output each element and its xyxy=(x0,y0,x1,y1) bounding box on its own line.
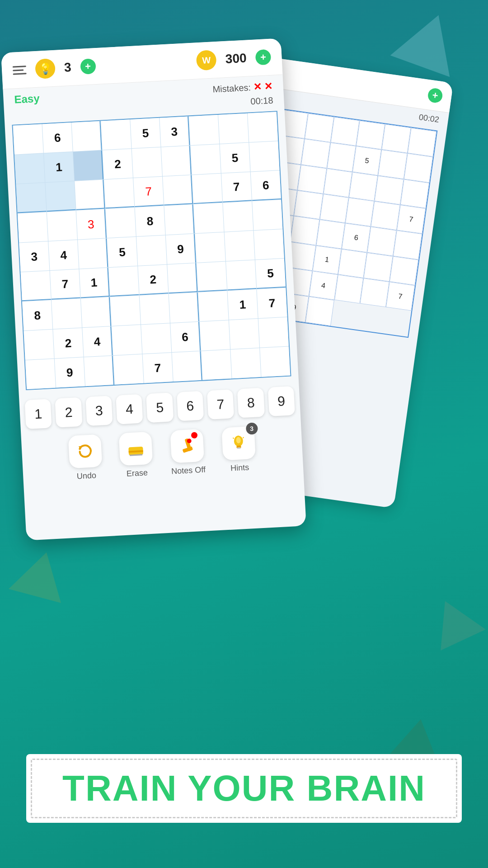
cell-4-0[interactable]: 3 xyxy=(19,241,49,272)
cell-6-1[interactable] xyxy=(52,299,82,329)
num-button-6[interactable]: 6 xyxy=(177,391,204,421)
menu-button[interactable] xyxy=(13,66,27,75)
cell-7-5[interactable]: 6 xyxy=(170,322,201,352)
cell-4-4[interactable] xyxy=(136,235,167,265)
num-button-1[interactable]: 1 xyxy=(24,399,52,429)
bg-cell xyxy=(301,139,330,168)
num-button-2[interactable]: 2 xyxy=(55,397,83,428)
bg-add-button[interactable]: + xyxy=(427,87,443,104)
cell-6-5[interactable] xyxy=(169,292,199,323)
cell-5-7[interactable] xyxy=(226,260,256,290)
cell-3-7[interactable] xyxy=(223,201,253,231)
cell-3-8[interactable] xyxy=(252,200,282,230)
cell-5-1[interactable]: 7 xyxy=(50,269,80,300)
cell-2-4[interactable]: 7 xyxy=(133,177,164,207)
cell-1-0[interactable] xyxy=(14,153,45,184)
cell-7-3[interactable] xyxy=(112,325,142,355)
cell-2-5[interactable] xyxy=(163,175,193,205)
cell-6-0[interactable]: 8 xyxy=(22,300,52,330)
cell-7-7[interactable] xyxy=(229,319,259,349)
cell-1-8[interactable] xyxy=(249,141,279,171)
cell-5-4[interactable]: 2 xyxy=(138,264,168,295)
cell-0-8[interactable] xyxy=(248,112,278,142)
cell-6-2[interactable] xyxy=(81,297,111,327)
cell-2-1[interactable] xyxy=(45,181,75,212)
cell-2-7[interactable]: 7 xyxy=(221,172,252,202)
cell-0-0[interactable] xyxy=(13,124,43,154)
cell-2-3[interactable] xyxy=(104,178,134,208)
cell-4-7[interactable] xyxy=(225,231,255,261)
cell-0-3[interactable] xyxy=(101,119,131,150)
notes-button[interactable]: Notes Off xyxy=(169,429,206,476)
cell-4-3[interactable]: 5 xyxy=(107,237,137,267)
cell-4-6[interactable] xyxy=(195,232,225,263)
cell-8-3[interactable] xyxy=(113,354,144,385)
cell-5-3[interactable] xyxy=(108,266,139,297)
num-button-3[interactable]: 3 xyxy=(85,396,113,426)
cell-3-5[interactable] xyxy=(164,204,194,235)
cell-1-2[interactable] xyxy=(73,151,103,181)
cell-8-7[interactable] xyxy=(230,348,261,378)
cell-6-4[interactable] xyxy=(140,294,170,324)
cell-7-1[interactable]: 2 xyxy=(53,328,83,358)
cell-3-1[interactable] xyxy=(47,211,77,241)
cell-4-2[interactable] xyxy=(78,238,108,269)
undo-button[interactable]: Undo xyxy=(68,434,103,482)
num-button-7[interactable]: 7 xyxy=(207,389,235,420)
cell-1-1[interactable]: 1 xyxy=(44,152,74,182)
cell-6-6[interactable] xyxy=(198,291,228,321)
cell-5-6[interactable] xyxy=(197,262,227,292)
cell-0-2[interactable] xyxy=(71,121,102,151)
sudoku-grid[interactable]: 6 5 3 1 2 5 7 7 6 3 8 xyxy=(12,111,291,390)
cell-0-7[interactable] xyxy=(218,113,249,144)
cell-3-0[interactable] xyxy=(18,212,48,242)
cell-7-0[interactable] xyxy=(23,330,54,360)
cell-1-4[interactable] xyxy=(132,147,162,178)
cell-7-2[interactable]: 4 xyxy=(82,326,113,357)
cell-8-2[interactable] xyxy=(84,356,114,386)
add-hints-button[interactable]: + xyxy=(80,58,96,75)
cell-4-8[interactable] xyxy=(254,229,284,259)
cell-5-2[interactable]: 1 xyxy=(79,268,109,298)
cell-8-8[interactable] xyxy=(260,347,290,377)
cell-3-3[interactable] xyxy=(106,208,136,238)
cell-1-6[interactable] xyxy=(190,144,221,175)
cell-5-8[interactable]: 5 xyxy=(255,259,286,289)
cell-6-8[interactable]: 7 xyxy=(257,288,287,318)
cell-8-4[interactable]: 7 xyxy=(142,353,173,383)
cell-0-4[interactable]: 5 xyxy=(130,118,160,148)
cell-8-0[interactable] xyxy=(25,359,56,389)
add-coins-button[interactable]: + xyxy=(255,49,272,66)
cell-2-8[interactable]: 6 xyxy=(251,170,281,201)
cell-7-6[interactable] xyxy=(200,320,230,350)
cell-8-6[interactable] xyxy=(201,349,231,380)
cell-6-3[interactable] xyxy=(110,296,141,326)
num-button-9[interactable]: 9 xyxy=(267,386,295,416)
cell-8-1[interactable]: 9 xyxy=(55,357,85,387)
cell-2-2[interactable] xyxy=(75,179,105,210)
cell-7-8[interactable] xyxy=(258,317,289,348)
cell-0-5[interactable]: 3 xyxy=(160,116,190,146)
cell-0-1[interactable]: 6 xyxy=(42,123,73,153)
cell-1-5[interactable] xyxy=(161,146,192,176)
cell-3-4[interactable]: 8 xyxy=(135,206,165,236)
cell-1-7[interactable]: 5 xyxy=(220,143,250,173)
cell-1-3[interactable]: 2 xyxy=(103,149,133,179)
hints-button[interactable]: 3 Hints xyxy=(221,426,256,474)
cell-7-4[interactable] xyxy=(141,323,171,354)
cell-0-6[interactable] xyxy=(189,115,219,145)
cell-5-5[interactable] xyxy=(167,263,197,293)
cell-4-5[interactable]: 9 xyxy=(166,234,196,264)
num-button-8[interactable]: 8 xyxy=(237,388,265,418)
cell-4-1[interactable]: 4 xyxy=(48,240,79,270)
cell-2-6[interactable] xyxy=(192,174,222,204)
erase-button[interactable]: Erase xyxy=(119,432,154,479)
cell-3-6[interactable] xyxy=(193,203,224,233)
cell-8-5[interactable] xyxy=(172,351,202,382)
cell-3-2[interactable]: 3 xyxy=(76,209,107,239)
cell-2-0[interactable] xyxy=(16,183,46,213)
cell-6-7[interactable]: 1 xyxy=(227,289,258,320)
cell-5-0[interactable] xyxy=(21,271,51,301)
num-button-5[interactable]: 5 xyxy=(146,392,174,423)
num-button-4[interactable]: 4 xyxy=(116,394,143,425)
